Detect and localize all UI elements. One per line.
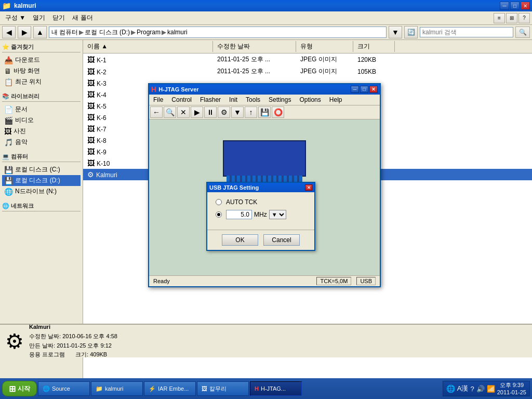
- taskbar-iar-label: IAR Embe...: [158, 385, 189, 392]
- sidebar-item-documents[interactable]: 📄 문서: [2, 104, 81, 115]
- sidebar-item-music[interactable]: 🎵 음악: [2, 137, 81, 148]
- jtag-down-btn[interactable]: ▼: [231, 107, 244, 118]
- usb-cancel-button[interactable]: Cancel: [263, 234, 300, 246]
- up-button[interactable]: ▲: [33, 26, 47, 38]
- minimize-button[interactable]: ─: [500, 2, 509, 10]
- jpeg-icon-k3: 🖼: [87, 79, 95, 87]
- jtag-menu-init[interactable]: Init: [227, 95, 240, 104]
- jtag-menu-tools[interactable]: Tools: [244, 95, 262, 104]
- jtag-stop-btn[interactable]: ✕: [177, 107, 190, 118]
- col-header-size[interactable]: 크기: [353, 41, 395, 52]
- jtag-pause-btn[interactable]: ⏸: [204, 107, 217, 118]
- forward-button[interactable]: ▶: [18, 26, 31, 38]
- view-large-button[interactable]: ⊞: [506, 13, 517, 23]
- jtag-menu-control[interactable]: Control: [169, 95, 194, 104]
- network-section: 🌐 네트워크: [2, 201, 81, 211]
- jpeg-icon-k8: 🖼: [87, 136, 95, 144]
- sidebar-item-drive-n[interactable]: 🌐 N드라이브 (N:): [2, 186, 81, 197]
- maximize-button[interactable]: □: [510, 2, 520, 10]
- start-windows-icon: ⊞: [9, 384, 16, 394]
- col-header-name[interactable]: 이름 ▲: [83, 41, 213, 52]
- back-button[interactable]: ◀: [2, 26, 16, 38]
- file-type-k1: JPEG 이미지: [296, 55, 353, 64]
- address-dropdown-button[interactable]: ▼: [389, 26, 402, 38]
- taskbar-kalmuri-label: kalmuri: [105, 385, 123, 392]
- menu-organize[interactable]: 구성 ▼: [2, 12, 29, 23]
- recent-icon: 📋: [4, 78, 13, 86]
- jtag-menu-file[interactable]: File: [151, 95, 165, 104]
- usb-freq-dropdown[interactable]: ▼: [269, 210, 286, 219]
- usb-content: AUTO TCK MHz ▼: [207, 192, 314, 230]
- menu-close[interactable]: 닫기: [49, 12, 68, 23]
- jtag-close-button[interactable]: ✕: [369, 86, 378, 93]
- start-button[interactable]: ⊞ 시작: [2, 381, 37, 396]
- jtag-menu-flasher[interactable]: Flasher: [198, 95, 223, 104]
- sidebar-item-downloads[interactable]: 📥 다운로드: [2, 55, 81, 65]
- file-info-type: 응용 프로그램: [29, 350, 65, 360]
- jtag-menu-settings[interactable]: Settings: [267, 95, 293, 104]
- taskbar-hjtag-icon: H: [255, 385, 259, 392]
- file-list-header: 이름 ▲ 수정한 날짜 유형 크기: [83, 40, 532, 54]
- explorer-icon: 📁: [2, 2, 11, 10]
- jtag-minimize-button[interactable]: ─: [351, 86, 359, 93]
- jtag-menu-help[interactable]: Help: [327, 95, 344, 104]
- usb-ok-button[interactable]: OK: [222, 234, 258, 246]
- taskbar-item-kalmuri2[interactable]: 🖼 칼무리: [197, 381, 249, 396]
- sidebar-item-drive-c[interactable]: 💾 로컬 디스크 (C:): [2, 164, 81, 175]
- jtag-menu-options[interactable]: Options: [297, 95, 323, 104]
- videos-icon: 🎬: [4, 116, 13, 125]
- file-info-name: Kalmuri: [29, 323, 117, 332]
- usb-radio-mhz[interactable]: [216, 211, 222, 218]
- close-button[interactable]: ✕: [521, 2, 530, 10]
- refresh-button[interactable]: 🔄: [404, 26, 418, 38]
- jtag-back-btn[interactable]: ←: [150, 107, 163, 118]
- view-details-button[interactable]: ≡: [494, 13, 505, 23]
- jtag-search-btn[interactable]: 🔍: [164, 107, 176, 118]
- jtag-up-btn[interactable]: ↑: [245, 107, 257, 118]
- usb-close-button[interactable]: ✕: [305, 184, 312, 191]
- sidebar-item-photos[interactable]: 🖼 사진: [2, 126, 81, 137]
- usb-radio-auto[interactable]: [216, 199, 222, 205]
- jtag-title-controls: ─ □ ✕: [351, 86, 378, 93]
- sidebar-item-desktop[interactable]: 🖥 바탕 화면: [2, 65, 81, 76]
- taskbar-item-source[interactable]: 🌐 Source: [38, 381, 90, 396]
- jtag-save-btn[interactable]: 💾: [258, 107, 271, 118]
- jtag-play-btn[interactable]: ▶: [191, 107, 203, 118]
- computer-section: 💻 컴퓨터 💾 로컬 디스크 (C:) 💾 로컬 디스크 (D:) 🌐 N드라이…: [2, 152, 81, 197]
- jpeg-icon-k9: 🖼: [87, 148, 95, 156]
- usb-buttons: OK Cancel: [207, 230, 314, 250]
- taskbar-item-iar[interactable]: ⚡ IAR Embe...: [144, 381, 196, 396]
- navigation-bar: ◀ ▶ ▲ 내 컴퓨터 ▶ 로컬 디스크 (D:) ▶ Program ▶ ka…: [0, 25, 532, 40]
- address-box[interactable]: 내 컴퓨터 ▶ 로컬 디스크 (D:) ▶ Program ▶ kalmuri: [49, 26, 387, 38]
- sidebar-item-drive-d[interactable]: 💾 로컬 디스크 (D:): [2, 175, 81, 186]
- explorer-title-bar: 📁 kalmuri ─ □ ✕: [0, 0, 532, 11]
- usb-option-mhz: MHz ▼: [216, 210, 306, 219]
- favorites-section: ⭐ 즐겨찾기 📥 다운로드 🖥 바탕 화면 📋 최근 위치: [2, 42, 81, 87]
- jtag-window: H H-JTAG Server ─ □ ✕ File Control Flash…: [148, 83, 381, 287]
- file-row-k2[interactable]: 🖼K-2 2011-01-25 오후 ... JPEG 이미지 105KB: [83, 65, 532, 77]
- usb-freq-input[interactable]: [226, 210, 252, 219]
- menu-newfolder[interactable]: 새 폴더: [69, 12, 96, 23]
- jtag-maximize-button[interactable]: □: [360, 86, 368, 93]
- tray-clock: 오후 9:39 2011-01-25: [497, 381, 526, 396]
- file-type-k2: JPEG 이미지: [296, 66, 353, 76]
- taskbar-hjtag-label: H-JTAG...: [261, 385, 286, 392]
- jtag-settings-btn[interactable]: ⚙: [218, 107, 230, 118]
- downloads-icon: 📥: [4, 56, 13, 64]
- jtag-circle-btn[interactable]: ⭕: [272, 107, 284, 118]
- sidebar-item-recent[interactable]: 📋 최근 위치: [2, 76, 81, 87]
- menu-open[interactable]: 열기: [30, 12, 48, 23]
- taskbar-item-hjtag[interactable]: H H-JTAG...: [250, 381, 302, 396]
- col-header-date[interactable]: 수정한 날짜: [213, 41, 296, 52]
- file-info-details: Kalmuri 수정한 날짜: 2010-06-16 오후 4:58 만든 날짜…: [29, 323, 117, 359]
- taskbar-item-kalmuri[interactable]: 📁 kalmuri: [91, 381, 143, 396]
- search-button[interactable]: 🔍: [515, 26, 530, 38]
- sidebar-item-videos[interactable]: 🎬 비디오: [2, 115, 81, 126]
- jtag-board-area: [154, 140, 375, 177]
- file-row-k1[interactable]: 🖼K-1 2011-01-25 오후 ... JPEG 이미지 120KB: [83, 54, 532, 65]
- taskbar: ⊞ 시작 🌐 Source 📁 kalmuri ⚡ IAR Embe... 🖼 …: [0, 378, 532, 399]
- col-header-type[interactable]: 유형: [296, 41, 353, 52]
- search-input[interactable]: [420, 27, 513, 37]
- help-button[interactable]: ?: [518, 13, 530, 23]
- jtag-tck-status: TCK=5,0M: [316, 277, 351, 285]
